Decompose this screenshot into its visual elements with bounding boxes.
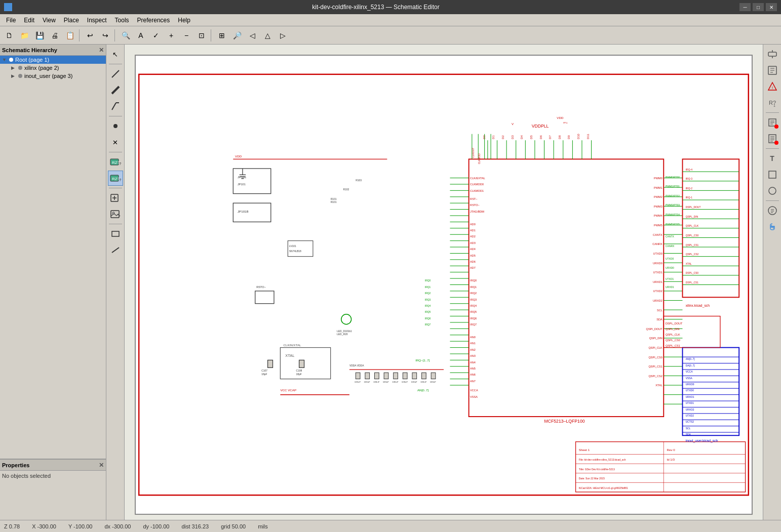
no-selection-label: No objects selected [2, 473, 51, 479]
properties-close[interactable]: ✕ [99, 462, 104, 469]
svg-rect-321 [768, 52, 776, 56]
svg-text:MCF5213–LQFP100: MCF5213–LQFP100 [544, 419, 585, 424]
svg-text:AN6: AN6 [470, 373, 476, 376]
svg-text:PWM2/PT02: PWM2/PT02 [666, 195, 680, 197]
annotate-button[interactable]: R? 1 [765, 95, 780, 110]
schematic-canvas[interactable]: Sheet 1 File: kit-dev-coldfire-xilinx_52… [135, 55, 753, 515]
tree-item-root[interactable]: ▼ Root (page 1) [0, 56, 106, 64]
add-image-button[interactable] [108, 207, 123, 222]
circle-button[interactable] [765, 183, 780, 198]
statusbar: Z 0.78 X -300.00 Y -100.00 dx -300.00 dy… [0, 520, 781, 532]
svg-text:D4: D4 [520, 135, 523, 139]
svg-rect-241 [356, 373, 360, 379]
svg-text:CANTX: CANTX [653, 233, 662, 236]
new-button[interactable]: 🗋 [2, 28, 16, 43]
svg-text:PWM4: PWM4 [654, 214, 662, 217]
svg-text:SCL: SCL [686, 427, 691, 430]
redo-button[interactable]: ↪ [98, 28, 112, 43]
svg-text:LV101: LV101 [289, 245, 296, 248]
canvas-area[interactable]: Sheet 1 File: kit-dev-coldfire-xilinx_52… [125, 45, 763, 520]
add-symbol-button[interactable] [108, 190, 123, 206]
menu-item-preferences[interactable]: Preferences [133, 16, 174, 25]
highlight-net-button[interactable] [765, 47, 780, 62]
menu-item-help[interactable]: Help [174, 16, 194, 25]
svg-line-1 [112, 87, 119, 94]
menu-item-tools[interactable]: Tools [111, 16, 133, 25]
wire-tool-button[interactable] [108, 66, 123, 81]
zoom-out-button[interactable]: − [179, 28, 193, 43]
python-button[interactable] [765, 219, 780, 234]
draw-rect-button[interactable] [108, 226, 123, 241]
annotate-button[interactable]: A [134, 28, 148, 43]
erc-button[interactable]: ✓ [149, 28, 163, 43]
svg-text:CLKMOD: CLKMOD [478, 153, 481, 165]
svg-text:RSTO~: RSTO~ [470, 203, 480, 207]
hierarchy-close[interactable]: ✕ [99, 47, 104, 54]
up-button[interactable]: △ [260, 28, 275, 43]
svg-text:1: 1 [773, 104, 775, 107]
next-button[interactable]: ▷ [276, 28, 290, 43]
menu-item-place[interactable]: Place [60, 16, 83, 25]
close-button[interactable]: ✕ [766, 3, 777, 11]
tree-label: Root (page 1) [15, 57, 49, 63]
svg-point-342 [769, 187, 776, 194]
toolbar-separator [109, 152, 122, 152]
netlist-export-button[interactable] [765, 115, 780, 130]
svg-text:XTAL: XTAL [655, 384, 662, 387]
svg-text:100nF: 100nF [430, 381, 437, 383]
svg-text:PWM5: PWM5 [654, 224, 662, 227]
prev-button[interactable]: ◁ [245, 28, 259, 43]
menubar: FileEditViewPlaceInspectToolsPreferences… [0, 14, 781, 26]
svg-text:URXD2: URXD2 [686, 408, 694, 411]
copy-clipboard-button[interactable]: 📋 [63, 28, 77, 43]
bus-wire-tool-button[interactable] [108, 99, 123, 114]
select-tool-button[interactable]: ↖ [108, 47, 123, 62]
text-button[interactable]: T [765, 151, 780, 166]
tree-item-inout[interactable]: ▶ inout_user (page 3) [0, 72, 106, 80]
draw-line-button[interactable] [108, 242, 123, 258]
menu-item-inspect[interactable]: Inspect [83, 16, 111, 25]
bus-tool-button[interactable] [108, 83, 123, 98]
add-symbol-icon [110, 192, 121, 203]
no-connect-tool-button[interactable]: ✕ [108, 135, 123, 150]
zoom-fit-button[interactable]: ⊡ [194, 28, 209, 43]
script-button[interactable] [765, 203, 780, 218]
net-label-tool-button[interactable]: RZ? ? [108, 154, 123, 170]
maximize-button[interactable]: □ [753, 3, 764, 11]
save-button[interactable]: 💾 [32, 28, 47, 43]
svg-text:inout_user.kicad_sch: inout_user.kicad_sch [686, 439, 718, 443]
erc-button[interactable]: ! [765, 79, 780, 94]
svg-text:?: ? [119, 178, 121, 182]
svg-text:SN74LB18: SN74LB18 [289, 250, 301, 253]
menu-item-file[interactable]: File [2, 16, 20, 25]
svg-text:100nF: 100nF [355, 381, 361, 383]
zoom-in-button[interactable]: 🔎 [230, 28, 244, 43]
power-port-tool-button[interactable]: RZ? ? [108, 171, 123, 186]
svg-text:R101: R101 [331, 198, 337, 200]
text-icon: T [770, 154, 774, 162]
undo-button[interactable]: ↩ [83, 28, 97, 43]
svg-text:IRQ2: IRQ2 [470, 292, 477, 295]
tree-item-xilinx[interactable]: ▶ xilinx (page 2) [0, 64, 106, 72]
junction-tool-button[interactable] [108, 118, 123, 134]
print-button[interactable]: 🖨 [48, 28, 62, 43]
svg-point-343 [768, 207, 776, 215]
svg-text:PWM1: PWM1 [654, 186, 662, 189]
svg-text:UTXD1: UTXD1 [666, 278, 674, 280]
svg-text:AN7: AN7 [470, 380, 476, 383]
main-area: Schematic Hierarchy ✕ ▼ Root (page 1) ▶ … [0, 45, 781, 520]
svg-text:IRQ1: IRQ1 [425, 286, 431, 289]
open-button[interactable]: 📁 [17, 28, 31, 43]
find-button[interactable]: 🔍 [119, 28, 133, 43]
menu-item-edit[interactable]: Edit [20, 16, 38, 25]
zoom-selection-button[interactable]: ⊞ [215, 28, 229, 43]
minimize-button[interactable]: ─ [739, 3, 751, 11]
zoom-in-center-button[interactable]: + [164, 28, 178, 43]
bom-button[interactable] [765, 131, 780, 146]
box-button[interactable] [765, 167, 780, 182]
properties-content: No objects selected [0, 471, 106, 481]
net-nav-button[interactable] [765, 63, 780, 78]
svg-text:DA[0..7]: DA[0..7] [686, 364, 695, 367]
menu-item-view[interactable]: View [38, 16, 60, 25]
svg-text:Sheet 1: Sheet 1 [579, 448, 590, 452]
